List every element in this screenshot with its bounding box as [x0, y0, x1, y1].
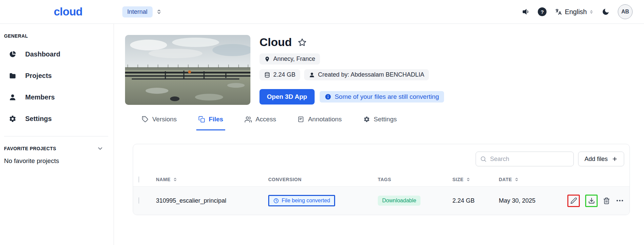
trash-icon [603, 197, 610, 204]
conversion-status-badge: File being converted [269, 196, 334, 205]
favorite-projects-toggle[interactable]: FAVORITE PROJECTS [4, 145, 110, 152]
page-title: Cloud [259, 36, 292, 49]
sidebar-divider [4, 136, 108, 136]
creator-text: Created by: Abdessalam BENCHADLIA [318, 71, 424, 78]
plus-icon [612, 156, 618, 162]
sidebar-section-general: GENERAL [4, 33, 110, 39]
app-logo[interactable]: cloud [54, 5, 83, 18]
storage-icon [264, 72, 270, 78]
sidebar-section-favorites: FAVORITE PROJECTS [4, 146, 56, 151]
sidebar-item-label: Members [25, 93, 55, 101]
topbar-actions: ? English AB [522, 4, 633, 19]
tab-files[interactable]: Files [196, 116, 225, 130]
workspace-selector[interactable]: Internal [122, 6, 162, 17]
file-name[interactable]: 310995_escalier_principal [156, 197, 226, 204]
workspace-switcher-icon[interactable] [156, 9, 162, 15]
tag-badge: Downloadable [378, 196, 420, 206]
creator-badge: Created by: Abdessalam BENCHADLIA [304, 69, 429, 80]
tab-access[interactable]: Access [243, 116, 278, 130]
files-panel: Add files NAME CONVERSION TAGS SIZE DATE [133, 144, 630, 215]
files-toolbar: Add files [133, 144, 630, 172]
announcements-icon[interactable] [522, 8, 530, 16]
table-row: 310995_escalier_principal File being con… [133, 187, 630, 215]
converting-notice: Some of your files are still converting [320, 91, 444, 103]
sidebar-item-label: Dashboard [25, 50, 60, 58]
add-files-label: Add files [585, 156, 608, 163]
tab-settings[interactable]: Settings [361, 116, 399, 130]
favorites-empty-text: No favorite projects [4, 157, 110, 165]
open-3d-app-button[interactable]: Open 3D App [259, 89, 315, 105]
conversion-status-text: File being converted [282, 198, 330, 204]
avatar[interactable]: AB [618, 4, 633, 19]
gear-icon [363, 116, 370, 123]
column-conversion: CONVERSION [268, 177, 301, 182]
search-box[interactable] [476, 152, 574, 166]
tab-label: Settings [374, 116, 397, 123]
add-files-button[interactable]: Add files [578, 152, 624, 166]
edit-button[interactable] [567, 195, 580, 207]
note-icon [297, 116, 304, 123]
workspace-badge[interactable]: Internal [122, 6, 153, 17]
project-thumbnail [125, 35, 250, 105]
dark-mode-icon[interactable] [602, 8, 610, 16]
project-info: Cloud Annecy, France 2.24 GB [259, 35, 444, 105]
project-header: Cloud Annecy, France 2.24 GB [125, 35, 644, 105]
sidebar-item-members[interactable]: Members [4, 86, 110, 108]
column-tags: TAGS [378, 177, 391, 182]
sort-name-icon[interactable] [173, 177, 177, 182]
sidebar-item-settings[interactable]: Settings [4, 108, 110, 129]
search-icon [480, 156, 487, 162]
map-pin-icon [264, 56, 270, 62]
tab-versions[interactable]: Versions [140, 116, 179, 130]
sort-date-icon[interactable] [514, 177, 519, 182]
select-all-checkbox[interactable] [138, 176, 139, 182]
more-options-button[interactable] [615, 196, 624, 205]
tag-icon [142, 116, 149, 123]
conversion-status-highlight: File being converted [268, 195, 335, 206]
location-text: Annecy, France [273, 55, 315, 63]
location-badge: Annecy, France [259, 53, 320, 65]
sidebar-item-projects[interactable]: Projects [4, 65, 110, 86]
search-input[interactable] [490, 156, 569, 163]
topbar: cloud Internal ? English AB [0, 0, 644, 24]
dashboard-icon [9, 50, 16, 58]
files-table-header: NAME CONVERSION TAGS SIZE DATE [133, 172, 630, 187]
column-date: DATE [499, 177, 512, 182]
tab-label: Annotations [308, 116, 341, 123]
files-icon [198, 116, 205, 123]
chevron-down-icon [97, 145, 104, 152]
tab-annotations[interactable]: Annotations [295, 116, 344, 130]
sidebar-item-dashboard[interactable]: Dashboard [4, 43, 110, 65]
language-caret-icon [589, 10, 594, 14]
info-icon [325, 93, 331, 100]
delete-button[interactable] [603, 197, 610, 204]
converting-notice-text: Some of your files are still converting [335, 93, 439, 100]
row-actions [553, 195, 630, 207]
size-text: 2.24 GB [273, 71, 295, 78]
column-size: SIZE [452, 177, 464, 182]
download-icon [588, 197, 595, 204]
download-button[interactable] [585, 195, 598, 207]
file-date: May 30, 2025 [499, 197, 535, 204]
sidebar-nav: Dashboard Projects Members Settings [4, 43, 110, 129]
gear-icon [9, 115, 16, 123]
sidebar: GENERAL Dashboard Projects Members Setti… [0, 24, 114, 245]
sort-size-icon[interactable] [466, 177, 471, 182]
sidebar-item-label: Projects [25, 72, 52, 80]
people-icon [245, 116, 252, 123]
language-menu[interactable]: English [555, 8, 594, 16]
ellipsis-icon [615, 196, 624, 205]
clock-icon [273, 198, 279, 204]
language-label: English [565, 8, 587, 16]
favorite-star-icon[interactable] [298, 38, 307, 47]
tab-label: Files [209, 116, 223, 123]
person-icon [309, 72, 315, 78]
person-icon [9, 93, 16, 101]
project-tabs: Versions Files Access Annotations Settin… [125, 116, 644, 130]
help-icon[interactable]: ? [538, 7, 547, 16]
row-checkbox[interactable] [138, 197, 139, 204]
app-root: cloud Internal ? English AB GENERAL Dash… [0, 0, 644, 245]
tab-label: Access [255, 116, 276, 123]
tab-label: Versions [152, 116, 177, 123]
size-badge: 2.24 GB [259, 69, 300, 80]
